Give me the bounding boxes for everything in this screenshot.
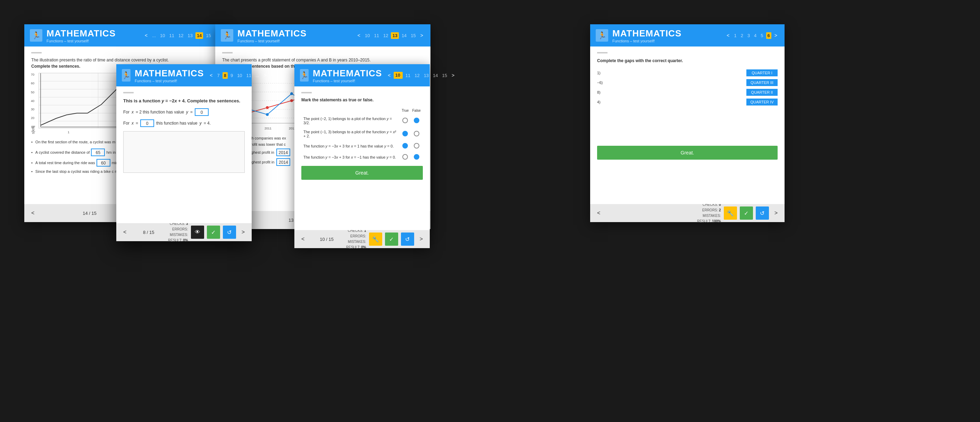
nav-12[interactable]: 12 xyxy=(177,32,185,39)
check6-btn[interactable]: ✓ xyxy=(740,206,753,220)
tf-false-4[interactable] xyxy=(410,152,422,162)
footer6-prev[interactable]: < xyxy=(594,209,603,217)
nav6-2[interactable]: 2 xyxy=(740,32,745,39)
eye4-btn[interactable]: 👁 xyxy=(191,225,204,239)
nav2-12[interactable]: 12 xyxy=(382,32,390,39)
nav2-prev[interactable]: < xyxy=(356,32,362,39)
footer5-prev[interactable]: < xyxy=(299,235,307,244)
nav-15[interactable]: 15 xyxy=(204,32,212,39)
nav6-next[interactable]: > xyxy=(773,32,779,39)
nav6-5[interactable]: 5 xyxy=(759,32,764,39)
footer4-prev[interactable]: < xyxy=(121,228,129,237)
input-year-a[interactable]: 2014 xyxy=(276,149,290,156)
quarter-btn-4[interactable]: QUARTER IV xyxy=(746,98,778,106)
false-header: False xyxy=(410,107,422,114)
nav4-8-active[interactable]: 8 xyxy=(223,72,228,79)
footer-prev-btn[interactable]: < xyxy=(29,209,37,217)
tf-false-1[interactable] xyxy=(410,114,422,127)
nav5-next[interactable]: > xyxy=(450,72,456,79)
math-icon-4: 🏃 xyxy=(122,69,130,82)
func-input2[interactable]: 0 xyxy=(140,119,154,127)
quarter-row-4: 4) QUARTER IV xyxy=(597,98,778,106)
nav4-7[interactable]: 7 xyxy=(216,72,221,79)
header4-title-block: MATHEMATICS Functions – test yourself! xyxy=(135,68,204,83)
nav-11[interactable]: 11 xyxy=(168,32,175,39)
check5-btn[interactable]: ✓ xyxy=(385,233,398,246)
quarter-btn-2[interactable]: QUARTER III xyxy=(746,79,778,86)
reset4-btn[interactable]: ↺ xyxy=(223,225,236,239)
nav2-13-active[interactable]: 13 xyxy=(391,32,399,39)
nav5-10-active[interactable]: 10 xyxy=(394,72,402,78)
math-icon: 🏃 xyxy=(30,29,42,42)
nav-10[interactable]: 10 xyxy=(159,32,166,39)
quarter-list: 1) QUARTER I −6) QUARTER III 8) QUARTER … xyxy=(597,70,778,106)
tf-true-2[interactable] xyxy=(400,128,410,140)
quarter-row-2: −6) QUARTER III xyxy=(597,79,778,86)
nav5-prev[interactable]: < xyxy=(386,72,392,79)
tf-false-3[interactable] xyxy=(410,141,422,151)
input-distance[interactable]: 65 xyxy=(91,149,105,156)
nav5-12[interactable]: 12 xyxy=(413,72,421,79)
nav6-prev[interactable]: < xyxy=(725,32,731,39)
nav4-dots: ... xyxy=(254,72,261,79)
nav4-prev[interactable]: < xyxy=(208,72,214,79)
footer4-next[interactable]: > xyxy=(239,228,248,237)
reset5-btn[interactable]: ↺ xyxy=(401,233,414,246)
nav-prev-btn[interactable]: < xyxy=(143,32,149,39)
nav6-6-active[interactable]: 6 xyxy=(766,32,772,39)
nav4-next[interactable]: > xyxy=(262,72,268,79)
nav2-next[interactable]: > xyxy=(418,32,425,39)
footer4-stats: CHECKS: 3ERRORS:MISTAKES:RESULT: 0% xyxy=(168,221,188,243)
footer6-next[interactable]: > xyxy=(772,209,780,217)
nav5-15[interactable]: 15 xyxy=(441,72,449,79)
nav-14-active[interactable]: 14 xyxy=(196,32,203,39)
nav2-14[interactable]: 14 xyxy=(400,32,408,39)
nav4-9[interactable]: 9 xyxy=(229,72,234,79)
header4-nav: < 7 8 9 10 11 ... > xyxy=(208,72,268,79)
input-rest[interactable]: 60 xyxy=(97,159,110,167)
tf-true-1[interactable] xyxy=(400,114,410,127)
card6-header: 🏃 MATHEMATICS Functions – test yourself!… xyxy=(590,24,784,46)
tf-false-2[interactable] xyxy=(410,128,422,140)
nav4-10[interactable]: 10 xyxy=(236,72,243,79)
header6-nav: < 1 2 3 4 5 6 > xyxy=(725,32,779,39)
quarter-btn-3[interactable]: QUARTER II xyxy=(746,89,778,96)
radio-false-2[interactable] xyxy=(414,131,419,136)
nav6-1[interactable]: 1 xyxy=(732,32,738,39)
quarter-btn-1[interactable]: QUARTER I xyxy=(746,70,778,76)
nav2-15[interactable]: 15 xyxy=(409,32,417,39)
tf-true-3[interactable] xyxy=(400,141,410,151)
card6-content: Complete the gaps with the correct quart… xyxy=(590,46,784,204)
header2-nav: < 10 11 12 13 14 15 > xyxy=(356,32,425,39)
wrench5-btn[interactable]: 🔧 xyxy=(369,233,382,246)
header4-subtitle: Functions – test yourself! xyxy=(135,79,204,83)
input-year-b[interactable]: 2014 xyxy=(276,158,290,166)
radio-true-3[interactable] xyxy=(402,143,408,149)
radio-false-4[interactable] xyxy=(414,154,419,160)
quarter-label-1: 1) xyxy=(597,71,744,75)
nav5-11[interactable]: 11 xyxy=(404,72,412,79)
radio-false-3[interactable] xyxy=(414,143,419,149)
nav2-11[interactable]: 11 xyxy=(372,32,380,39)
func-input1[interactable]: 0 xyxy=(195,108,208,116)
card5-indicator xyxy=(301,92,312,94)
footer5-next[interactable]: > xyxy=(417,235,426,244)
check4-btn[interactable]: ✓ xyxy=(207,225,220,239)
nav-13[interactable]: 13 xyxy=(186,32,194,39)
radio-false-1[interactable] xyxy=(414,117,419,123)
nav6-3[interactable]: 3 xyxy=(746,32,751,39)
wrench6-btn[interactable]: 🔧 xyxy=(724,206,737,220)
tf-row-2: The point (−1, 3) belongs to a plot of t… xyxy=(302,128,422,140)
nav2-10[interactable]: 10 xyxy=(363,32,371,39)
nav6-4[interactable]: 4 xyxy=(752,32,758,39)
tf-true-4[interactable] xyxy=(400,152,410,162)
reset6-btn[interactable]: ↺ xyxy=(756,206,769,220)
radio-true-1[interactable] xyxy=(402,117,408,123)
nav5-14[interactable]: 14 xyxy=(431,72,439,79)
card-quarter: 🏃 MATHEMATICS Functions – test yourself!… xyxy=(590,24,784,222)
nav4-11[interactable]: 11 xyxy=(245,72,253,79)
nav5-13[interactable]: 13 xyxy=(423,72,430,79)
radio-true-4[interactable] xyxy=(402,154,408,160)
tf-stmt-4: The function y = −3x + 3 for x = −1 has … xyxy=(302,152,399,162)
radio-true-2[interactable] xyxy=(402,131,408,136)
